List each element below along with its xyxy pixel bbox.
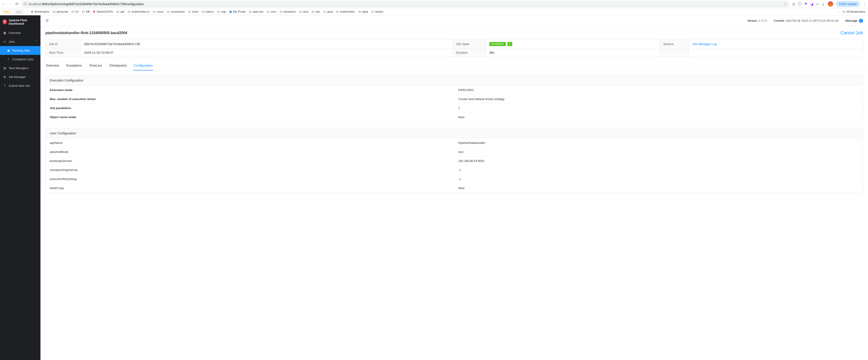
running-badge: RUNNING (489, 42, 506, 46)
all-bookmarks[interactable]: 🗀All Bookmarks (842, 10, 865, 13)
message-badge[interactable]: 1 (859, 19, 863, 23)
bookmark-item[interactable]: 🗀java (323, 10, 333, 13)
job-manager-log-link[interactable]: Job Manager Log (692, 42, 717, 46)
config-value: false (454, 113, 863, 122)
app-root: Apache Flink Dashboard ▦ Overview ≡Jobs … (0, 15, 868, 360)
bookmark-item[interactable]: 🗀KB (82, 10, 90, 13)
finish-update-button[interactable]: Finish update (836, 1, 860, 7)
version-value: 1.17.2 (758, 19, 767, 22)
forward-icon[interactable]: → (8, 2, 12, 6)
config-row: Job parallelism1 (46, 104, 863, 113)
bookmark-item[interactable]: 🗀tesserect (279, 10, 296, 13)
bookmark-item[interactable]: 🗀kubernetes.io (127, 10, 149, 13)
config-key: appName (46, 138, 454, 147)
profile-avatar[interactable] (828, 1, 833, 7)
sidebar-item-completed-jobs[interactable]: ✓ Completed Jobs (0, 55, 40, 64)
play-circle-icon: ◉ (7, 49, 10, 52)
config-key: Max. number of execution retries (46, 95, 454, 103)
bookmark-list: 🗀personal🗀IU🗀KB✱SlackGOATs🗀pal🗀kubernete… (53, 10, 383, 13)
bookmark-item[interactable]: 🗀ndp (217, 10, 226, 13)
download-icon[interactable]: ⭳ (822, 2, 825, 6)
commit-value: c0027e5 @ 2023-11-09T13:24:38+01:00 (785, 19, 839, 22)
execution-config-card: Execution Configuration Execution modePI… (45, 75, 863, 122)
job-id-label: Job ID (46, 40, 81, 48)
extension-icon-1[interactable]: ⚑ (804, 2, 807, 6)
tab-overview[interactable]: Overview (45, 61, 59, 70)
bookmark-item[interactable]: 🗀kubernetes (336, 10, 355, 13)
config-value: PipelineDataHandler (454, 138, 863, 147)
sidebar-item-overview[interactable]: ▦ Overview (0, 29, 40, 37)
back-icon[interactable]: ← (2, 2, 5, 6)
collapse-sidebar-icon[interactable]: ☰ (45, 19, 49, 23)
bookmark-item[interactable]: 🗀data (358, 10, 368, 13)
sidebar-item-jobs[interactable]: ≡Jobs ˄ (0, 37, 40, 46)
bookmark-item[interactable]: 🗀apic-em (249, 10, 264, 13)
config-key: Object reuse mode (46, 113, 454, 122)
bookmark-item[interactable]: 🗀personal (53, 10, 68, 13)
upload-icon: ⭱ (3, 84, 6, 88)
bookmark-item[interactable]: 🗀books (371, 10, 383, 13)
config-row: executionRetryDelay-1 (46, 174, 863, 184)
extension-icon-2[interactable]: ◪ (810, 2, 813, 6)
bookmark-item[interactable]: 🗀tools (188, 10, 198, 13)
config-value: -1 (454, 174, 863, 184)
sidebar-header[interactable]: Apache Flink Dashboard (0, 15, 40, 29)
sidebar-item-task-managers[interactable]: ▤ Task Managers (0, 64, 40, 72)
sidebar-item-job-manager[interactable]: ⚙ Job Manager (0, 72, 40, 81)
url-bar[interactable]: ⓘ localhost:8081/#/job/running/6d37ec526… (21, 1, 789, 7)
sidebar-item-running-jobs[interactable]: ◉ Running Jobs (0, 46, 40, 55)
bookmark-item[interactable]: 🗀pal (116, 10, 124, 13)
duration-label: Duration (453, 48, 486, 57)
tab-checkpoints[interactable]: Checkpoints (109, 61, 127, 70)
job-state-label: Job State (453, 40, 486, 48)
bookmark-chip-pers[interactable]: pers (14, 10, 24, 14)
info-icon[interactable]: ⓘ (798, 2, 802, 6)
config-key: Execution mode (46, 86, 454, 94)
bookmark-item[interactable]: 🗀wlc (311, 10, 320, 13)
bookmark-star[interactable]: ★ Bookmarks (31, 10, 49, 13)
config-row: checkpointingInterval-1 (46, 166, 863, 174)
tab-exceptions[interactable]: Exceptions (66, 61, 82, 70)
site-info-icon[interactable]: ⓘ (24, 2, 27, 6)
menu-icon[interactable]: ⋮ (863, 2, 866, 6)
history-icon[interactable]: ◷ (792, 2, 795, 6)
job-id-value: 6d37ec526499b73a74c9ea445d041736 (81, 40, 453, 48)
bookmark-item[interactable]: 🗀kairos (202, 10, 214, 13)
topbar: ☰ Version: 1.17.2 Commit: c0027e5 @ 2023… (40, 15, 868, 26)
nav-buttons: ← → ⟳ (2, 2, 18, 6)
config-value: false (454, 184, 863, 192)
config-row: Max. number of execution retriesCluster … (46, 95, 863, 104)
browser-toolbar: ← → ⟳ ⓘ localhost:8081/#/job/running/6d3… (0, 0, 868, 8)
bookmark-item[interactable]: ▣My Portal (229, 10, 246, 13)
config-row: bootstrapServers192.168.86.53:9092 (46, 157, 863, 166)
config-key: fasterCopy (46, 184, 454, 192)
bars-icon: ≡ (3, 40, 6, 43)
start-time-label: Start Time (46, 48, 81, 57)
page-title: pipelinedatahandler-flink-1104060905-bac… (45, 31, 840, 35)
extensions-icon[interactable]: ⟡ (816, 2, 819, 6)
bookmark-item[interactable]: 🗀assurance (167, 10, 185, 13)
sidebar-item-submit-job[interactable]: ⭱ Submit New Job (0, 81, 40, 90)
bookmark-item[interactable]: ✱SlackGOATs (93, 10, 113, 13)
reload-icon[interactable]: ⟳ (16, 2, 18, 6)
schedule-icon: ▤ (3, 66, 6, 70)
execution-config-header: Execution Configuration (46, 75, 863, 86)
star-icon[interactable]: ☆ (784, 2, 786, 6)
bookmark-item[interactable]: 🗀wsa (299, 10, 308, 13)
tab-timeline[interactable]: TimeLine (89, 61, 102, 70)
toolbar-right: ◷ ⓘ ⚑ ◪ ⟡ ⭳ Finish update ⋮ (792, 1, 866, 7)
bookmark-item[interactable]: 🗀cmx (267, 10, 276, 13)
bookmark-item[interactable]: 🗀cisco (153, 10, 164, 13)
config-row: Object reuse modefalse (46, 113, 863, 122)
page-header: pipelinedatahandler-flink-1104060905-bac… (40, 26, 868, 39)
config-row: Execution modePIPELINED (46, 86, 863, 95)
bookmark-chip-todo[interactable]: todo (2, 10, 11, 14)
tab-configuration[interactable]: Configuration (133, 61, 153, 70)
bookmark-item[interactable]: 🗀IU (71, 10, 79, 13)
config-value: 192.168.86.53:9092 (454, 157, 863, 165)
main-content: ☰ Version: 1.17.2 Commit: c0027e5 @ 2023… (40, 15, 868, 360)
cancel-job-button[interactable]: Cancel Job (840, 30, 863, 35)
job-info-table: Job ID 6d37ec526499b73a74c9ea445d041736 … (45, 39, 863, 57)
chevron-up-icon: ˄ (36, 40, 37, 43)
config-key: attachedMode (46, 148, 454, 156)
